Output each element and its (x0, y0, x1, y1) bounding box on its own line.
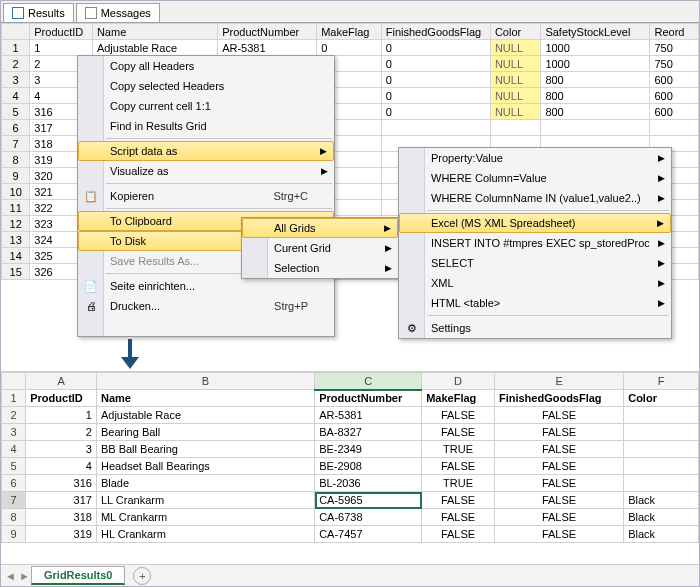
sheet-row[interactable]: 9319HL CrankarmCA-7457FALSEFALSEBlack (2, 526, 699, 543)
cell[interactable]: FALSE (422, 458, 495, 475)
col-E[interactable]: E (494, 373, 623, 390)
cell[interactable]: BE-2349 (315, 441, 422, 458)
row-number[interactable]: 9 (2, 526, 26, 543)
cell[interactable]: CA-5965 (315, 492, 422, 509)
row-number[interactable]: 8 (2, 152, 30, 168)
row-number[interactable]: 13 (2, 232, 30, 248)
cell[interactable]: NULL (490, 88, 541, 104)
cell[interactable]: 316 (26, 475, 97, 492)
row-number[interactable]: 7 (2, 136, 30, 152)
row-header-corner[interactable] (2, 24, 30, 40)
cell[interactable]: FALSE (494, 475, 623, 492)
row-number[interactable]: 11 (2, 200, 30, 216)
row-number[interactable]: 8 (2, 509, 26, 526)
cell[interactable] (541, 120, 650, 136)
cell[interactable]: FALSE (494, 407, 623, 424)
cell[interactable]: NULL (490, 104, 541, 120)
row-number[interactable]: 6 (2, 475, 26, 492)
col-header[interactable]: ProductNumber (218, 24, 317, 40)
cell[interactable]: TRUE (422, 441, 495, 458)
row-number[interactable]: 3 (2, 424, 26, 441)
cell[interactable]: 1000 (541, 56, 650, 72)
cell[interactable]: FALSE (494, 424, 623, 441)
tab-messages[interactable]: Messages (76, 3, 160, 22)
menu-html-table[interactable]: HTML <table>▶ (399, 293, 671, 313)
cell[interactable]: 317 (26, 492, 97, 509)
cell[interactable]: NULL (490, 40, 541, 56)
cell[interactable]: 0 (317, 40, 382, 56)
menu-script-data-as[interactable]: Script data as▶ (78, 141, 334, 161)
row-number[interactable]: 2 (2, 407, 26, 424)
cell[interactable]: 750 (650, 56, 699, 72)
col-F[interactable]: F (624, 373, 699, 390)
sheet-row[interactable]: 43BB Ball BearingBE-2349TRUEFALSE (2, 441, 699, 458)
sheet-row[interactable]: 7317LL CrankarmCA-5965FALSEFALSEBlack (2, 492, 699, 509)
cell[interactable] (381, 120, 490, 136)
sheet-row[interactable]: 6316BladeBL-2036TRUEFALSE (2, 475, 699, 492)
cell[interactable]: FALSE (422, 526, 495, 543)
cell[interactable]: 318 (26, 509, 97, 526)
menu-copy-selected-headers[interactable]: Copy selected Headers (78, 76, 334, 96)
cell[interactable]: 600 (650, 88, 699, 104)
cell[interactable]: FinishedGoodsFlag (494, 390, 623, 407)
cell[interactable]: Black (624, 526, 699, 543)
cell[interactable]: Adjustable Race (92, 40, 217, 56)
menu-settings[interactable]: ⚙Settings (399, 318, 671, 338)
col-C[interactable]: C (315, 373, 422, 390)
cell[interactable]: 800 (541, 88, 650, 104)
cell[interactable]: 0 (381, 88, 490, 104)
sheet-tab[interactable]: GridResults0 (31, 566, 125, 585)
cell[interactable]: FALSE (422, 424, 495, 441)
cell[interactable]: FALSE (494, 441, 623, 458)
cell[interactable]: AR-5381 (315, 407, 422, 424)
add-sheet-button[interactable]: + (133, 567, 151, 585)
col-header[interactable]: SafetyStockLevel (541, 24, 650, 40)
menu-copy-current-cell[interactable]: Copy current cell 1:1 (78, 96, 334, 116)
cell[interactable]: 0 (381, 56, 490, 72)
cell[interactable]: CA-6738 (315, 509, 422, 526)
cell[interactable]: FALSE (422, 407, 495, 424)
cell[interactable]: 800 (541, 104, 650, 120)
cell[interactable]: 600 (650, 72, 699, 88)
cell[interactable]: Black (624, 509, 699, 526)
cell[interactable] (624, 407, 699, 424)
row-number[interactable]: 7 (2, 492, 26, 509)
menu-current-grid[interactable]: Curent Grid▶ (242, 238, 398, 258)
row-number[interactable]: 12 (2, 216, 30, 232)
row-number[interactable]: 4 (2, 88, 30, 104)
sheet-row[interactable]: 8318ML CrankarmCA-6738FALSEFALSEBlack (2, 509, 699, 526)
tab-results[interactable]: Results (3, 3, 74, 22)
row-number[interactable]: 6 (2, 120, 30, 136)
cell[interactable]: Headset Ball Bearings (96, 458, 314, 475)
row-number[interactable]: 10 (2, 184, 30, 200)
row-number[interactable]: 3 (2, 72, 30, 88)
cell[interactable]: 1 (26, 407, 97, 424)
cell[interactable]: ProductID (26, 390, 97, 407)
cell[interactable]: FALSE (422, 509, 495, 526)
sheet-row[interactable]: 21Adjustable RaceAR-5381FALSEFALSE (2, 407, 699, 424)
row-number[interactable]: 4 (2, 441, 26, 458)
cell[interactable]: AR-5381 (218, 40, 317, 56)
menu-select[interactable]: SELECT▶ (399, 253, 671, 273)
menu-kopieren[interactable]: 📋KopierenStrg+C (78, 186, 334, 206)
cell[interactable]: 0 (381, 72, 490, 88)
col-header[interactable]: MakeFlag (317, 24, 382, 40)
col-header[interactable]: Name (92, 24, 217, 40)
menu-property-value[interactable]: Property:Value▶ (399, 148, 671, 168)
cell[interactable]: MakeFlag (422, 390, 495, 407)
sheet-row[interactable]: 32Bearing BallBA-8327FALSEFALSE (2, 424, 699, 441)
col-A[interactable]: A (26, 373, 97, 390)
cell[interactable]: FALSE (494, 458, 623, 475)
menu-print[interactable]: 🖨Drucken...Strg+P (78, 296, 334, 316)
cell[interactable] (624, 441, 699, 458)
cell[interactable]: LL Crankarm (96, 492, 314, 509)
cell[interactable]: BL-2036 (315, 475, 422, 492)
cell[interactable] (624, 458, 699, 475)
sheet-nav[interactable]: ◄ ► (5, 570, 30, 582)
menu-where-column[interactable]: WHERE Column=Value▶ (399, 168, 671, 188)
cell[interactable]: 4 (26, 458, 97, 475)
cell[interactable]: Blade (96, 475, 314, 492)
row-number[interactable]: 9 (2, 168, 30, 184)
cell[interactable]: FALSE (494, 509, 623, 526)
cell[interactable]: BE-2908 (315, 458, 422, 475)
